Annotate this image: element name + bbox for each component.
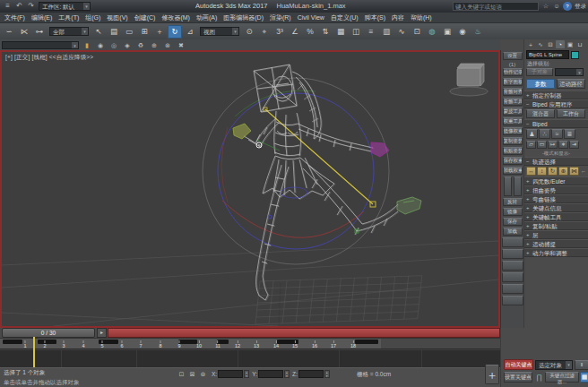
select-by-name-icon[interactable]: ▤ [107, 25, 121, 39]
side-tool-button[interactable]: 粘贴姿势 [503, 147, 523, 155]
select-and-link-icon[interactable]: ∽ [2, 25, 16, 39]
material-editor-icon[interactable]: ◍ [425, 25, 439, 39]
side-tool-button[interactable]: 动作记录 [503, 68, 523, 76]
display-tab-icon[interactable]: ▣ [566, 40, 575, 48]
render-setup-icon[interactable]: ▣ [440, 25, 454, 39]
parameters-button[interactable]: 参数 [526, 79, 555, 89]
side-wide-button[interactable] [502, 272, 523, 282]
side-tool-button[interactable]: 加载权重 [503, 167, 523, 175]
rollout-biped-apps[interactable]: Biped 应用程序 [524, 99, 588, 108]
rollout-header[interactable]: 扭曲姿势 [524, 185, 588, 194]
z-coordinate-field[interactable] [298, 370, 324, 378]
lock-com-keying-icon[interactable]: ⊕ [558, 167, 568, 176]
time-cursor[interactable] [33, 337, 35, 367]
side-wide-button[interactable] [502, 284, 523, 294]
toolbar2-icon-4[interactable]: ◈ [121, 40, 134, 49]
curve-editor-icon[interactable]: ∿ [394, 25, 409, 39]
side-settings-button[interactable]: 设置 [503, 52, 523, 60]
timeline-key[interactable] [3, 340, 22, 344]
rollout-header[interactable]: 关键帧工具 [524, 212, 588, 221]
symmetry-track-icon[interactable]: ⋈ [569, 167, 579, 176]
hierarchy-tab-icon[interactable]: ⊟ [546, 40, 555, 48]
side-tall-button-1[interactable] [504, 176, 512, 196]
rollout-header[interactable]: 四元数/Euler [524, 176, 588, 185]
align-icon[interactable]: ≡ [364, 25, 378, 39]
isolate-selection-icon[interactable]: ⊡ [177, 370, 186, 378]
menu-item[interactable]: 视图(V) [107, 13, 127, 22]
set-keys-icon[interactable]: ∏ [534, 372, 544, 383]
rollout-track-selection[interactable]: 轨迹选择 [524, 157, 588, 166]
side-tool-button[interactable]: 保存权重 [503, 157, 523, 165]
absolute-relative-icon[interactable]: ⊛ [199, 370, 207, 378]
rollout-header[interactable]: 层 [524, 230, 588, 239]
rollout-header[interactable]: 弯曲链接 [524, 194, 588, 203]
motion-tab-icon[interactable]: ◔ [556, 40, 565, 48]
user-icon[interactable]: ☺ [552, 2, 561, 11]
rollout-header[interactable]: 关键点信息 [524, 203, 588, 212]
menu-item[interactable]: 自定义(U) [331, 13, 359, 22]
unlink-selection-icon[interactable]: ⋉ [17, 25, 31, 39]
toolbar2-icon-1[interactable]: ▮ [81, 40, 93, 49]
x-coordinate-field[interactable] [218, 370, 243, 378]
menu-item[interactable]: 创建(C) [134, 13, 156, 22]
toolbar2-icon-3[interactable]: ◎ [108, 40, 120, 49]
body-vertical-icon[interactable]: ↕ [537, 167, 547, 176]
track-bar-extension[interactable] [0, 349, 500, 367]
toolbar2-icon-8[interactable]: ✖ [175, 40, 187, 49]
time-slider-track[interactable] [108, 328, 500, 338]
utilities-tab-icon[interactable]: ⊔ [575, 40, 584, 48]
help-icon[interactable]: ? [563, 2, 572, 11]
named-selection-sets-icon[interactable]: ▦ [333, 25, 348, 39]
side-mid-button[interactable]: 保存 [503, 218, 523, 226]
selection-filter-dropdown[interactable]: 全部 [49, 27, 89, 36]
menu-item[interactable]: 帮助(H) [411, 13, 432, 22]
toolbar2-icon-5[interactable]: ♻ [134, 40, 147, 49]
menu-item[interactable]: 工具(T) [58, 13, 79, 22]
select-object-icon[interactable]: ↖ [91, 25, 106, 39]
motion-flow-mode-icon[interactable]: ≈ [551, 129, 563, 139]
rollout-biped[interactable]: Biped [524, 119, 588, 128]
track-left-icon[interactable]: ← [580, 168, 587, 176]
secondary-toolbar-dropdown[interactable] [2, 41, 79, 49]
mixer-button[interactable]: 混合器 [526, 109, 555, 118]
favorites-icon[interactable]: ☆ [541, 2, 550, 11]
side-mid-button[interactable]: 镜像 [503, 208, 523, 216]
create-tab-icon[interactable]: ＋ [526, 40, 535, 48]
workspace-dropdown[interactable]: 工作区: 默认 [39, 2, 91, 11]
x-spinner[interactable] [244, 370, 249, 378]
side-mid-button[interactable]: 反转 [503, 198, 523, 206]
side-tool-button[interactable]: 蒙皮工具 [503, 108, 523, 116]
partial-button[interactable]: ‖ [575, 360, 588, 370]
object-name-field[interactable] [526, 50, 569, 59]
rollout-header[interactable]: 动力学和调整 [524, 248, 588, 257]
select-and-rotate-icon[interactable]: ↻ [168, 25, 182, 39]
body-rotation-icon[interactable]: ↻ [548, 167, 558, 176]
redo-icon[interactable]: ↷ [26, 2, 36, 12]
y-coordinate-field[interactable] [258, 370, 283, 378]
layer-manager-icon[interactable]: ▥ [379, 25, 393, 39]
bind-to-space-warp-icon[interactable]: ⊶ [32, 25, 47, 39]
side-tool-button[interactable]: 骨骼对齐 [503, 88, 523, 96]
menu-item[interactable]: 文件(F) [4, 13, 25, 22]
menu-item[interactable]: 修改器(M) [161, 13, 190, 22]
side-tool-button[interactable]: 镜像权重 [503, 127, 523, 135]
sub-object-button[interactable]: 子对象 [526, 68, 553, 76]
biped-tool-icon-1[interactable]: ▱ [526, 141, 536, 149]
rendered-frame-icon[interactable]: ◉ [455, 25, 470, 39]
undo-icon[interactable]: ↶ [14, 2, 24, 12]
rectangular-region-icon[interactable]: ▭ [122, 25, 136, 39]
biped-tool-icon-2[interactable]: ▭ [537, 141, 547, 149]
side-wide-button[interactable] [502, 261, 523, 271]
workbench-button[interactable]: 工作台 [557, 109, 585, 118]
timeline-key[interactable] [355, 340, 378, 344]
side-tall-button-2[interactable] [514, 176, 522, 196]
y-spinner[interactable] [284, 370, 290, 378]
modify-tab-icon[interactable]: ∿ [536, 40, 545, 48]
spinner-snap-icon[interactable]: ⇅ [318, 25, 333, 39]
footstep-mode-icon[interactable]: ∴ [539, 129, 550, 139]
search-input[interactable] [453, 2, 539, 11]
menu-item[interactable]: 内容 [392, 13, 404, 22]
rollout-header[interactable]: 运动捕捉 [524, 239, 588, 248]
biped-tool-icon-4[interactable]: ∗ [558, 141, 568, 149]
mini-curve-editor-icon[interactable]: ▦ [580, 372, 588, 383]
